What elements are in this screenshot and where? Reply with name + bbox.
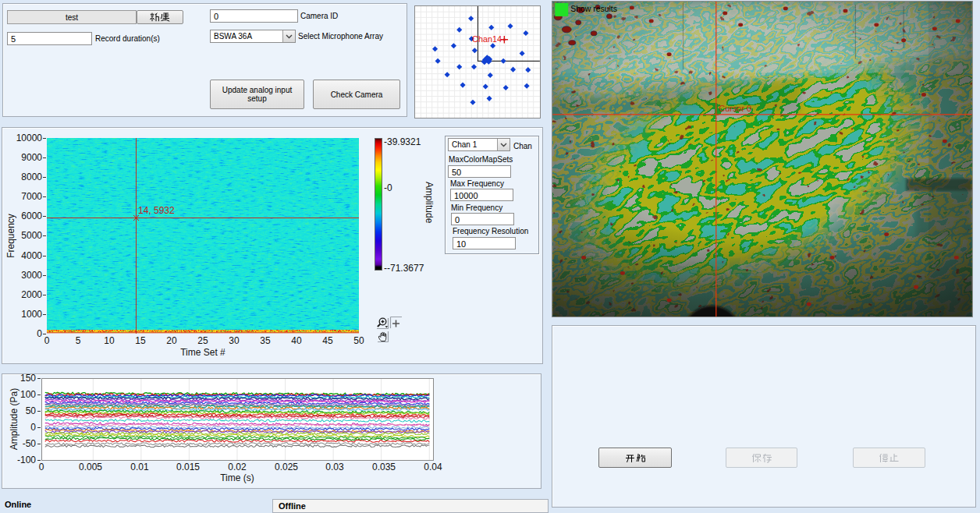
svg-text:14, 5932: 14, 5932 (138, 205, 175, 216)
svg-text:Show results: Show results (570, 5, 617, 13)
svg-text:Cursor 0: Cursor 0 (719, 104, 751, 113)
svg-text:Chan14: Chan14 (472, 34, 502, 44)
